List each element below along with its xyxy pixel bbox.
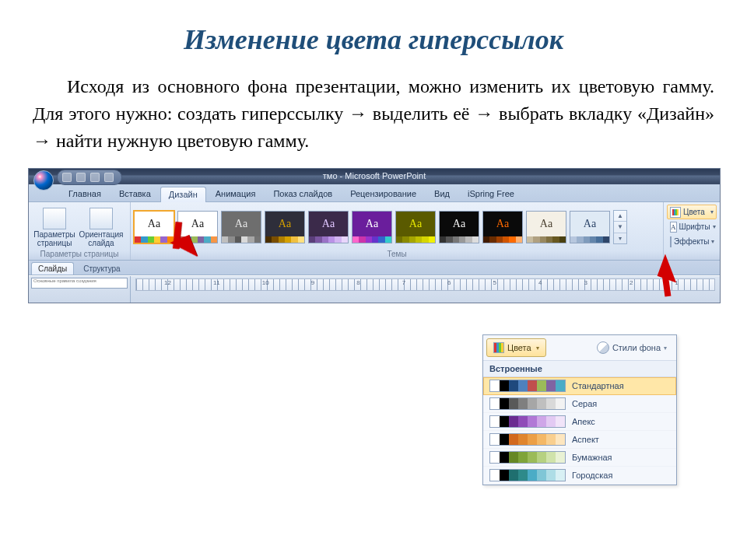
ruler-mark: 9 (311, 279, 314, 286)
instruction-paragraph: Исходя из основного фона презентации, мо… (33, 73, 714, 154)
chevron-down-icon: ▾ (664, 345, 667, 352)
theme-preview-text: Aa (483, 212, 522, 236)
theme-preview-text: Aa (440, 212, 479, 236)
arrow-glyph: → (475, 103, 493, 124)
ribbon-tab[interactable]: Рецензирование (342, 186, 425, 201)
ruler-mark: 10 (262, 279, 269, 286)
arrow-glyph: → (349, 103, 367, 124)
ribbon-tab[interactable]: Показ слайдов (265, 186, 341, 201)
themes-gallery[interactable]: AaAaAaAaAaAaAaAaAaAaAa (134, 211, 610, 243)
ruler-mark: 3 (584, 279, 587, 286)
theme-swatch-row (396, 236, 435, 243)
tab-slides[interactable]: Слайды (31, 262, 74, 275)
palette-icon (670, 207, 681, 218)
theme-colors-button[interactable]: Цвета ▾ (667, 205, 717, 219)
ruler-mark: 12 (164, 279, 171, 286)
color-scheme-item[interactable]: Апекс (483, 413, 676, 431)
ribbon-tab[interactable]: iSpring Free (459, 186, 523, 201)
color-scheme-item[interactable]: Городская (483, 467, 676, 485)
themes-gallery-scroll[interactable]: ▲ ▼ ▾ (613, 210, 627, 244)
color-scheme-swatches (489, 380, 566, 392)
theme-preview-text: Aa (352, 212, 391, 236)
orientation-icon (89, 208, 113, 229)
color-scheme-name: Бумажная (572, 453, 612, 462)
theme-preview-text: Aa (396, 212, 435, 236)
ribbon-tab[interactable]: Вид (426, 186, 458, 201)
ribbon-tab[interactable]: Главная (60, 186, 110, 201)
theme-swatch-row (352, 236, 391, 243)
page-setup-button[interactable]: Параметры страницы (32, 206, 77, 247)
left-panel-tabs: Слайды Структура (29, 261, 720, 275)
gallery-more-icon[interactable]: ▾ (614, 233, 626, 243)
theme-effects-button[interactable]: Эффекты ▾ (667, 234, 717, 249)
color-scheme-name: Серая (572, 399, 597, 408)
theme-thumbnail[interactable]: Aa (526, 211, 566, 243)
window-title: тмо - Microsoft PowerPoint (29, 171, 720, 180)
theme-swatch-row (570, 236, 609, 243)
colors-button[interactable]: Цвета ▾ (486, 338, 546, 357)
theme-thumbnail[interactable]: Aa (308, 211, 349, 243)
ruler-mark: 7 (402, 279, 405, 286)
workspace-strip: Основные правила создания 12111098765432… (29, 275, 720, 303)
color-scheme-item[interactable]: Бумажная (483, 449, 676, 467)
para-part-1: выделить её (373, 103, 475, 124)
slide-thumbnail[interactable]: Основные правила создания (31, 278, 128, 289)
dropdown-header: Цвета ▾ Стили фона ▾ (483, 335, 676, 360)
color-scheme-item[interactable]: Стандартная (483, 377, 676, 395)
ribbon-body: Параметры страницы Ориентация слайда Пар… (29, 202, 720, 261)
theme-thumbnail[interactable]: Aa (570, 211, 610, 243)
arrow-glyph: → (33, 130, 51, 151)
ribbon-tabs: ГлавнаяВставкаДизайнАнимацияПоказ слайдо… (29, 184, 720, 202)
theme-preview-text: Aa (309, 212, 348, 236)
titlebar: тмо - Microsoft PowerPoint (29, 169, 720, 184)
background-styles-button[interactable]: Стили фона ▾ (591, 338, 673, 357)
theme-thumbnail[interactable]: Aa (482, 211, 523, 243)
chevron-down-icon: ▾ (710, 208, 714, 215)
tab-outline[interactable]: Структура (76, 262, 127, 275)
effects-icon (670, 236, 672, 247)
slide-orientation-button[interactable]: Ориентация слайда (79, 206, 124, 247)
powerpoint-window: тмо - Microsoft PowerPoint ГлавнаяВставк… (28, 168, 721, 303)
theme-thumbnail[interactable]: Aa (134, 211, 174, 243)
page-setup-icon (43, 208, 66, 229)
builtin-section-label: Встроенные (483, 360, 676, 377)
theme-preview-text: Aa (265, 212, 304, 236)
color-scheme-swatches (489, 451, 566, 464)
chevron-down-icon: ▾ (713, 223, 716, 230)
palette-icon (493, 342, 504, 353)
theme-effects-label: Эффекты (674, 237, 709, 246)
theme-thumbnail[interactable]: Aa (265, 211, 305, 243)
background-styles-label: Стили фона (612, 343, 661, 352)
theme-swatch-row (527, 236, 566, 243)
page-setup-label-2: страницы (37, 240, 72, 248)
theme-fonts-button[interactable]: A Шрифты ▾ (667, 219, 717, 234)
theme-preview-text: Aa (527, 212, 566, 236)
color-scheme-item[interactable]: Аспект (483, 431, 676, 449)
theme-swatch-row (483, 236, 522, 243)
color-scheme-item[interactable]: Серая (483, 395, 676, 413)
group-label-themes: Темы (134, 250, 660, 260)
ruler-mark: 11 (213, 279, 220, 286)
ruler-mark: 8 (356, 279, 359, 286)
theme-thumbnail[interactable]: Aa (352, 211, 392, 243)
gallery-row-up-icon[interactable]: ▲ (614, 211, 626, 222)
theme-swatch-row (265, 236, 304, 243)
gallery-row-down-icon[interactable]: ▼ (614, 222, 626, 233)
theme-colors-label: Цвета (683, 208, 705, 216)
theme-thumbnail[interactable]: Aa (395, 211, 436, 243)
theme-thumbnail[interactable]: Aa (221, 211, 261, 243)
color-scheme-swatches (489, 433, 566, 446)
theme-thumbnail[interactable]: Aa (177, 211, 218, 243)
ruler-mark: 1 (675, 279, 678, 286)
ruler-mark: 2 (630, 279, 633, 286)
ruler-mark: 6 (447, 279, 451, 286)
background-styles-icon (597, 341, 609, 354)
ribbon-tab[interactable]: Дизайн (160, 187, 206, 202)
horizontal-ruler: 1211109876543210123456789101112 (135, 278, 715, 291)
color-scheme-swatches (489, 469, 566, 481)
theme-thumbnail[interactable]: Aa (439, 211, 479, 243)
color-scheme-name: Аспект (572, 435, 599, 444)
chevron-down-icon: ▾ (711, 238, 714, 245)
ribbon-tab[interactable]: Анимация (207, 186, 265, 201)
ribbon-tab[interactable]: Вставка (110, 186, 160, 201)
